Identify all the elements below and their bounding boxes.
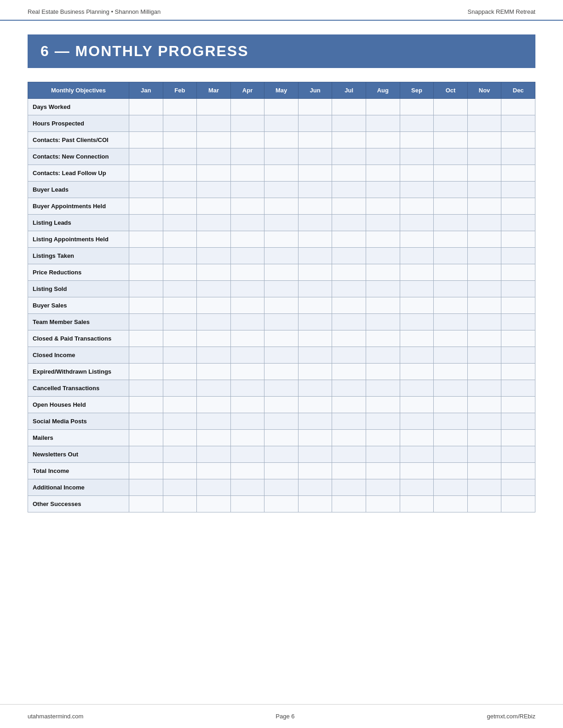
data-cell[interactable] — [163, 380, 197, 397]
data-cell[interactable] — [400, 248, 434, 264]
data-cell[interactable] — [501, 330, 535, 347]
data-cell[interactable] — [467, 132, 501, 148]
data-cell[interactable] — [400, 198, 434, 215]
data-cell[interactable] — [264, 231, 299, 248]
data-cell[interactable] — [230, 446, 264, 463]
data-cell[interactable] — [129, 479, 163, 496]
data-cell[interactable] — [298, 182, 332, 198]
data-cell[interactable] — [434, 413, 468, 430]
data-cell[interactable] — [129, 165, 163, 182]
data-cell[interactable] — [467, 264, 501, 281]
data-cell[interactable] — [400, 330, 434, 347]
data-cell[interactable] — [197, 446, 231, 463]
data-cell[interactable] — [197, 413, 231, 430]
data-cell[interactable] — [332, 198, 366, 215]
data-cell[interactable] — [467, 248, 501, 264]
data-cell[interactable] — [434, 231, 468, 248]
data-cell[interactable] — [400, 430, 434, 446]
data-cell[interactable] — [501, 397, 535, 413]
data-cell[interactable] — [434, 264, 468, 281]
data-cell[interactable] — [298, 446, 332, 463]
data-cell[interactable] — [230, 231, 264, 248]
data-cell[interactable] — [230, 264, 264, 281]
data-cell[interactable] — [366, 397, 400, 413]
data-cell[interactable] — [434, 182, 468, 198]
data-cell[interactable] — [332, 281, 366, 297]
data-cell[interactable] — [332, 264, 366, 281]
data-cell[interactable] — [366, 413, 400, 430]
data-cell[interactable] — [129, 231, 163, 248]
data-cell[interactable] — [264, 182, 299, 198]
data-cell[interactable] — [163, 215, 197, 231]
data-cell[interactable] — [230, 99, 264, 115]
data-cell[interactable] — [197, 314, 231, 330]
data-cell[interactable] — [230, 165, 264, 182]
data-cell[interactable] — [332, 380, 366, 397]
data-cell[interactable] — [400, 380, 434, 397]
data-cell[interactable] — [298, 479, 332, 496]
data-cell[interactable] — [332, 165, 366, 182]
data-cell[interactable] — [366, 380, 400, 397]
data-cell[interactable] — [163, 397, 197, 413]
data-cell[interactable] — [163, 248, 197, 264]
data-cell[interactable] — [264, 198, 299, 215]
data-cell[interactable] — [129, 198, 163, 215]
data-cell[interactable] — [298, 215, 332, 231]
data-cell[interactable] — [298, 248, 332, 264]
data-cell[interactable] — [230, 380, 264, 397]
data-cell[interactable] — [264, 380, 299, 397]
data-cell[interactable] — [129, 314, 163, 330]
data-cell[interactable] — [332, 115, 366, 132]
data-cell[interactable] — [501, 446, 535, 463]
data-cell[interactable] — [197, 479, 231, 496]
data-cell[interactable] — [400, 413, 434, 430]
data-cell[interactable] — [332, 248, 366, 264]
data-cell[interactable] — [197, 463, 231, 479]
data-cell[interactable] — [197, 165, 231, 182]
data-cell[interactable] — [197, 430, 231, 446]
data-cell[interactable] — [400, 479, 434, 496]
data-cell[interactable] — [332, 430, 366, 446]
data-cell[interactable] — [434, 148, 468, 165]
data-cell[interactable] — [434, 380, 468, 397]
data-cell[interactable] — [467, 165, 501, 182]
data-cell[interactable] — [298, 264, 332, 281]
data-cell[interactable] — [129, 248, 163, 264]
data-cell[interactable] — [163, 297, 197, 314]
data-cell[interactable] — [467, 479, 501, 496]
data-cell[interactable] — [434, 496, 468, 512]
data-cell[interactable] — [264, 297, 299, 314]
data-cell[interactable] — [264, 330, 299, 347]
data-cell[interactable] — [467, 496, 501, 512]
data-cell[interactable] — [467, 347, 501, 364]
data-cell[interactable] — [264, 430, 299, 446]
data-cell[interactable] — [434, 347, 468, 364]
data-cell[interactable] — [366, 281, 400, 297]
data-cell[interactable] — [366, 148, 400, 165]
data-cell[interactable] — [129, 99, 163, 115]
data-cell[interactable] — [501, 148, 535, 165]
data-cell[interactable] — [366, 215, 400, 231]
data-cell[interactable] — [230, 479, 264, 496]
data-cell[interactable] — [434, 281, 468, 297]
data-cell[interactable] — [298, 314, 332, 330]
data-cell[interactable] — [501, 430, 535, 446]
data-cell[interactable] — [332, 215, 366, 231]
data-cell[interactable] — [129, 264, 163, 281]
data-cell[interactable] — [467, 182, 501, 198]
data-cell[interactable] — [163, 463, 197, 479]
data-cell[interactable] — [163, 231, 197, 248]
data-cell[interactable] — [467, 330, 501, 347]
data-cell[interactable] — [467, 364, 501, 380]
data-cell[interactable] — [129, 430, 163, 446]
data-cell[interactable] — [400, 496, 434, 512]
data-cell[interactable] — [501, 198, 535, 215]
data-cell[interactable] — [230, 148, 264, 165]
data-cell[interactable] — [163, 413, 197, 430]
data-cell[interactable] — [501, 248, 535, 264]
data-cell[interactable] — [197, 496, 231, 512]
data-cell[interactable] — [264, 479, 299, 496]
data-cell[interactable] — [332, 182, 366, 198]
data-cell[interactable] — [501, 132, 535, 148]
data-cell[interactable] — [163, 446, 197, 463]
